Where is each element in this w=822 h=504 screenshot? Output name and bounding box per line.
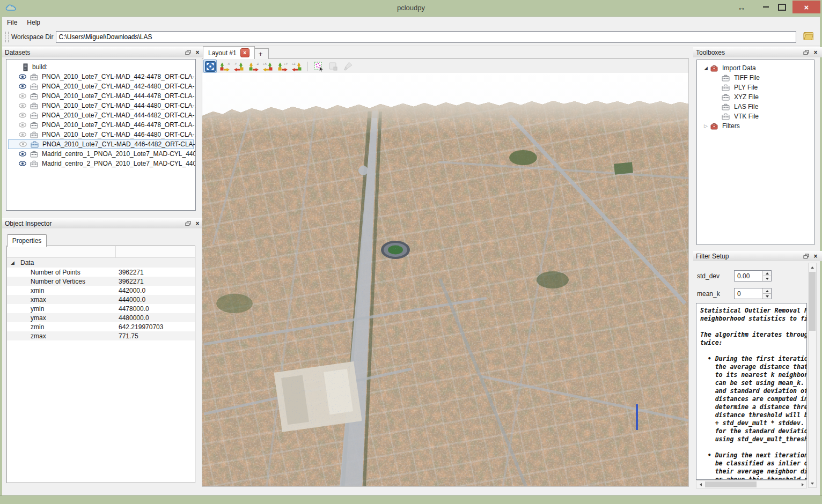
dataset-row[interactable]: PNOA_2010_Lote7_CYL-MAD_446-4480_ORT-CLA… — [8, 130, 194, 139]
dataset-row[interactable]: PNOA_2010_Lote7_CYL-MAD_446-4482_ORT-CLA… — [8, 139, 194, 149]
toolboxes-dock-header[interactable]: Toolboxes × — [693, 47, 822, 57]
filter-setup-dock-header[interactable]: Filter Setup × — [693, 251, 822, 261]
dataset-row[interactable]: Madrid_centro_1_PNOA_2010_Lote7_MAD-CYL_… — [8, 149, 194, 159]
dataset-icon — [30, 102, 38, 109]
toolboxes-panel: ◢Import DataTIFF FilePLY FileXYZ FileLAS… — [696, 60, 814, 245]
dock-close-icon[interactable]: × — [193, 48, 202, 56]
scrollbar-thumb[interactable] — [809, 272, 816, 331]
dock-float-icon[interactable] — [801, 48, 811, 56]
tree-expander-icon[interactable]: ◢ — [11, 261, 17, 265]
select-points-button[interactable] — [312, 60, 325, 73]
dataset-row[interactable]: PNOA_2010_Lote7_CYL-MAD_444-4482_ORT-CLA… — [8, 110, 194, 120]
property-row: xmin442000.0 — [7, 286, 195, 295]
window-minimize-button[interactable] — [759, 0, 773, 14]
tab-close-icon[interactable]: × — [240, 48, 249, 57]
datasets-tree: build:PNOA_2010_Lote7_CYL-MAD_442-4478_O… — [6, 60, 195, 168]
view-axis-button-minusZ[interactable]: -Z — [247, 60, 260, 73]
toolbox-item[interactable]: XYZ File — [697, 92, 814, 102]
toolbox-item[interactable]: VTK File — [697, 112, 814, 121]
brush-tool-button[interactable] — [341, 60, 354, 73]
visibility-eye-icon[interactable] — [19, 93, 26, 99]
menu-help[interactable]: Help — [22, 17, 45, 28]
toolbar-grip-handle[interactable] — [5, 32, 9, 42]
property-value: 444000.0 — [115, 296, 145, 303]
mean-k-value[interactable]: 0 — [735, 288, 762, 299]
toolbox-item[interactable]: PLY File — [697, 83, 814, 92]
extract-selection-button[interactable] — [326, 60, 340, 73]
menu-file[interactable]: File — [2, 17, 22, 28]
mean-k-spinbox[interactable]: 0 — [734, 288, 772, 299]
viewport-3d[interactable] — [202, 73, 688, 486]
scroll-right-icon[interactable] — [798, 481, 806, 488]
window-resize-icon[interactable]: ↔ — [734, 0, 749, 14]
view-axis-button-minusX[interactable]: -X — [218, 60, 231, 73]
dock-close-icon[interactable]: × — [193, 219, 202, 227]
spin-down-button[interactable] — [763, 276, 771, 281]
dataset-row[interactable]: PNOA_2010_Lote7_CYL-MAD_446-4478_ORT-CLA… — [8, 120, 194, 130]
dataset-row[interactable]: PNOA_2010_Lote7_CYL-MAD_444-4480_ORT-CLA… — [8, 101, 194, 110]
scroll-up-icon[interactable] — [809, 263, 816, 271]
toolbox-item[interactable]: LAS File — [697, 102, 814, 112]
window-frame-left — [0, 16, 2, 496]
rubber-band-select-icon — [313, 61, 324, 72]
view-axis-button-plusZ[interactable]: +Z — [290, 60, 304, 73]
horizontal-scrollbar[interactable] — [696, 480, 807, 488]
visibility-eye-icon[interactable] — [19, 161, 26, 166]
vertical-scrollbar[interactable] — [808, 263, 817, 488]
visibility-eye-icon[interactable] — [19, 142, 27, 147]
property-group-data[interactable]: ◢ Data — [7, 258, 195, 268]
dataset-row[interactable]: PNOA_2010_Lote7_CYL-MAD_442-4478_ORT-CLA… — [8, 72, 194, 81]
titlebar[interactable]: pcloudpy ↔ × — [0, 0, 822, 17]
dataset-row[interactable]: PNOA_2010_Lote7_CYL-MAD_444-4478_ORT-CLA… — [8, 91, 194, 101]
property-value: 442000.0 — [115, 287, 145, 294]
toolbox-item[interactable]: TIFF File — [697, 73, 814, 83]
spin-up-button[interactable] — [763, 288, 771, 293]
dock-float-icon[interactable] — [801, 252, 811, 260]
dataset-row[interactable]: PNOA_2010_Lote7_CYL-MAD_442-4480_ORT-CLA… — [8, 81, 194, 91]
scroll-down-icon[interactable] — [809, 479, 816, 487]
visibility-eye-icon[interactable] — [19, 122, 26, 128]
visibility-eye-icon[interactable] — [19, 132, 26, 137]
std-dev-value[interactable]: 0.00 — [735, 271, 762, 281]
toolbox-group-label: Filters — [722, 122, 740, 130]
view-axis-button-minusY[interactable]: -Y — [232, 60, 246, 73]
dock-close-icon[interactable]: × — [811, 252, 820, 260]
properties-table: ◢ Data Number of Points3962271Number of … — [6, 246, 195, 483]
toolbox-group[interactable]: ◢Import Data — [697, 63, 814, 73]
datasets-dock-header[interactable]: Datasets × — [2, 47, 205, 57]
dataset-row[interactable]: Madrid_centro_2_PNOA_2010_Lote7_MAD-CYL_… — [8, 159, 194, 168]
std-dev-label: std_dev — [697, 272, 720, 280]
reset-camera-button[interactable] — [203, 60, 217, 73]
tree-item-build[interactable]: build: — [6, 62, 195, 72]
visibility-eye-icon[interactable] — [19, 74, 26, 79]
window-maximize-button[interactable] — [775, 0, 789, 14]
tab-layout-1[interactable]: Layout #1 × — [203, 46, 255, 59]
tree-expander-icon[interactable]: ◢ — [704, 66, 710, 71]
scrollbar-thumb[interactable] — [705, 481, 757, 487]
svg-text:+X: +X — [263, 62, 267, 65]
scroll-left-icon[interactable] — [696, 481, 704, 488]
visibility-eye-icon[interactable] — [19, 113, 26, 118]
view-axis-button-plusY[interactable]: +Y — [276, 60, 289, 73]
workspace-dir-input[interactable] — [56, 31, 796, 43]
std-dev-spinbox[interactable]: 0.00 — [734, 270, 772, 281]
filter-description-box[interactable]: Statistical Outlier Removal Filter uses … — [696, 303, 807, 480]
dataset-icon — [30, 73, 38, 80]
visibility-eye-icon[interactable] — [19, 84, 26, 89]
view-axis-button-plusX[interactable]: +X — [261, 60, 275, 73]
spin-down-button[interactable] — [763, 293, 771, 299]
visibility-eye-icon[interactable] — [19, 103, 26, 108]
mean-k-label: mean_k — [697, 290, 720, 298]
object-inspector-dock-header[interactable]: Object Inspector × — [2, 218, 205, 228]
dock-close-icon[interactable]: × — [811, 48, 820, 56]
tab-properties[interactable]: Properties — [7, 234, 47, 247]
window-close-button[interactable]: × — [792, 1, 820, 13]
browse-folder-button[interactable] — [799, 29, 818, 45]
dock-float-icon[interactable] — [183, 219, 193, 227]
visibility-eye-icon[interactable] — [19, 151, 26, 157]
property-name: zmin — [7, 323, 115, 331]
toolbox-group[interactable]: ▷Filters — [697, 121, 814, 131]
spin-up-button[interactable] — [763, 271, 771, 276]
tree-expander-icon[interactable]: ▷ — [704, 124, 710, 129]
dock-float-icon[interactable] — [183, 48, 193, 56]
